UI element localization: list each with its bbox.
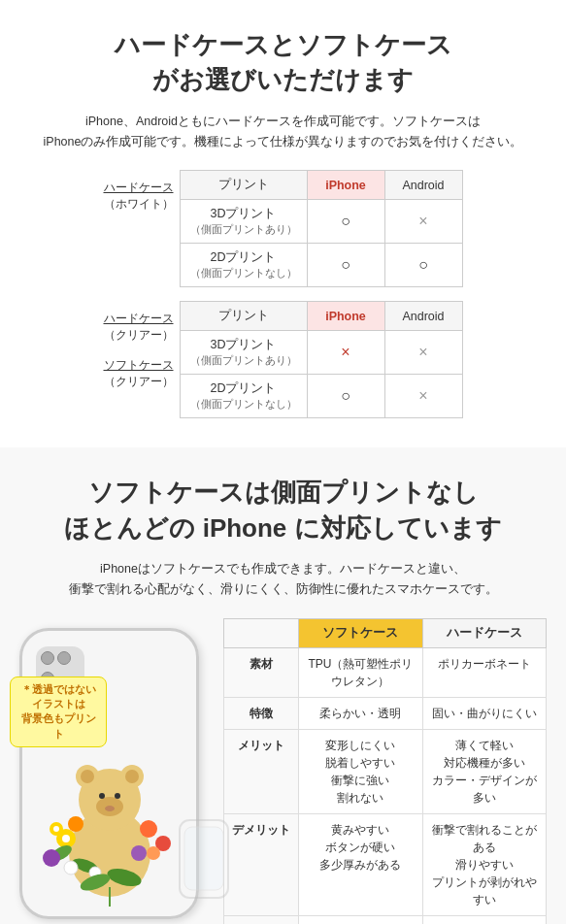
section2-title: ソフトケースは側面プリントなしほとんどの iPhone に対応しています	[19, 475, 547, 545]
svg-point-9	[105, 806, 115, 811]
camera-dot	[41, 651, 54, 665]
iphone-3d-val: ○	[307, 200, 384, 244]
section2-desc: iPhoneはソフトケースでも作成できます。ハードケースと違い、衝撃で割れる心配…	[19, 559, 547, 601]
section1-title: ハードケースとソフトケースがお選びいただけます	[19, 27, 547, 98]
comp-table: ソフトケース ハードケース 素材 TPU（熱可塑性ポリウレタン） ポリカーボネー…	[223, 618, 547, 924]
svg-rect-28	[184, 827, 223, 890]
col-print-header2: プリント	[180, 302, 307, 331]
table2-section: ハードケース（クリアー） ソフトケース（クリアー） プリント iPhone An…	[19, 301, 547, 418]
col-print-header: プリント	[180, 171, 307, 200]
iphone-3d-clear-val: ×	[307, 331, 384, 375]
camera-dot	[57, 651, 71, 665]
print-type-3d: 3Dプリント（側面プリントあり）	[180, 200, 307, 244]
soft-merit: 変形しにくい脱着しやすい衝撃に強い割れない	[299, 729, 423, 813]
soft-material: TPU（熱可塑性ポリウレタン）	[299, 647, 423, 697]
section2: ソフトケースは側面プリントなしほとんどの iPhone に対応しています iPh…	[0, 447, 566, 924]
soft-case-header: ソフトケース	[299, 618, 423, 647]
section1-desc: iPhone、Androidともにハードケースを作成可能です。ソフトケースはiP…	[19, 112, 547, 153]
hard-demerit: 衝撃で割れることがある滑りやすいプリントが剥がれやすい	[422, 813, 546, 915]
soft-feature: 柔らかい・透明	[299, 697, 423, 729]
label-compatible: 対応機種	[224, 915, 299, 924]
svg-point-4	[81, 770, 94, 783]
svg-point-8	[115, 793, 120, 799]
android-2d-val: ○	[384, 244, 462, 287]
table1: プリント iPhone Android 3Dプリント（側面プリントあり） ○ ×…	[180, 170, 463, 287]
col-android-header2: Android	[384, 302, 462, 331]
iphone-2d-clear-val: ○	[307, 375, 384, 418]
comp-row-feature: 特徴 柔らかい・透明 固い・曲がりにくい	[224, 697, 547, 729]
comp-row-compatible: 対応機種 iPhone iPhone/Android	[224, 915, 547, 924]
svg-point-17	[147, 846, 160, 860]
col-iphone-header2: iPhone	[307, 302, 384, 331]
svg-point-26	[53, 826, 59, 832]
soft-demerit: 黄みやすいボタンが硬い多少厚みがある	[299, 813, 423, 915]
android-3d-clear-val: ×	[384, 331, 462, 375]
table-row: 3Dプリント（側面プリントあり） ○ ×	[180, 200, 462, 244]
hard-material: ポリカーボネート	[422, 647, 546, 697]
notice-bubble: ＊透過ではないイラストは背景色もプリント	[10, 676, 107, 748]
section1: ハードケースとソフトケースがお選びいただけます iPhone、Androidとも…	[0, 0, 566, 447]
hard-compatible: iPhone/Android	[422, 915, 546, 924]
comp-table-col: ソフトケース ハードケース 素材 TPU（熱可塑性ポリウレタン） ポリカーボネー…	[223, 618, 547, 924]
svg-point-12	[68, 816, 83, 832]
svg-point-5	[125, 770, 139, 783]
android-2d-clear-val: ×	[384, 375, 462, 418]
comp-row-merit: メリット 変形しにくい脱着しやすい衝撃に強い割れない 薄くて軽い対応機種が多いカ…	[224, 729, 547, 813]
col-iphone-header1: iPhone	[307, 171, 384, 200]
print-type-3d-clear: 3Dプリント（側面プリントあり）	[180, 331, 307, 375]
table-row: 3Dプリント（側面プリントあり） × ×	[180, 331, 462, 375]
comparison-area: ＊透過ではないイラストは背景色もプリント	[19, 618, 547, 924]
soft-compatible: iPhone	[299, 915, 423, 924]
print-type-2d-clear: 2Dプリント（側面プリントなし）	[180, 375, 307, 418]
label-merit: メリット	[224, 729, 299, 813]
svg-point-18	[131, 845, 147, 861]
android-3d-val: ×	[384, 200, 462, 244]
svg-point-20	[64, 861, 78, 874]
table1-section: ハードケース（ホワイト） プリント iPhone Android 3Dプリント（…	[19, 170, 547, 287]
table-row: 2Dプリント（側面プリントなし） ○ ×	[180, 375, 462, 418]
phone-mockup-col: ＊透過ではないイラストは背景色もプリント	[19, 618, 214, 924]
svg-point-25	[62, 835, 70, 842]
label-feature: 特徴	[224, 697, 299, 729]
svg-point-7	[99, 793, 105, 799]
col-android-header1: Android	[384, 171, 462, 200]
table2: プリント iPhone Android 3Dプリント（側面プリントあり） × ×…	[180, 301, 463, 418]
print-type-2d: 2Dプリント（側面プリントなし）	[180, 244, 307, 287]
svg-point-19	[43, 849, 60, 867]
hard-soft-clear-label: ハードケース（クリアー） ソフトケース（クリアー）	[104, 301, 180, 390]
hard-merit: 薄くて軽い対応機種が多いカラー・デザインが多い	[422, 729, 546, 813]
label-material: 素材	[224, 647, 299, 697]
comp-header-row: ソフトケース ハードケース	[224, 618, 547, 647]
table-row: 2Dプリント（側面プリントなし） ○ ○	[180, 244, 462, 287]
iphone-2d-val: ○	[307, 244, 384, 287]
svg-point-15	[140, 820, 157, 838]
transparent-case	[175, 815, 233, 906]
hard-case-header: ハードケース	[422, 618, 546, 647]
comp-row-material: 素材 TPU（熱可塑性ポリウレタン） ポリカーボネート	[224, 647, 547, 697]
comp-empty-header	[224, 618, 299, 647]
hard-case-white-label: ハードケース（ホワイト）	[104, 170, 180, 213]
phone-outer	[19, 628, 199, 919]
comp-row-demerit: デメリット 黄みやすいボタンが硬い多少厚みがある 衝撃で割れることがある滑りやす…	[224, 813, 547, 915]
hard-feature: 固い・曲がりにくい	[422, 697, 546, 729]
label-demerit: デメリット	[224, 813, 299, 915]
